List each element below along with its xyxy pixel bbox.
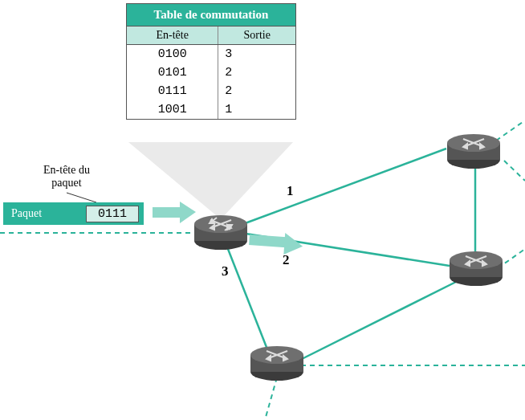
table-row: 0100 3 bbox=[127, 45, 295, 63]
svg-line-32 bbox=[463, 139, 484, 147]
port-label-3: 3 bbox=[222, 263, 229, 279]
cell-output: 2 bbox=[218, 82, 295, 100]
th-header: En-tête bbox=[127, 27, 218, 44]
svg-marker-47 bbox=[267, 356, 271, 361]
svg-line-10 bbox=[297, 281, 458, 361]
svg-point-27 bbox=[447, 151, 500, 169]
svg-marker-31 bbox=[480, 144, 484, 149]
svg-line-39 bbox=[466, 256, 486, 264]
packet-caption-line1: En-tête du bbox=[43, 164, 90, 176]
arrow-route-out bbox=[249, 233, 303, 256]
packet-caption-line2: paquet bbox=[51, 177, 81, 189]
svg-rect-13 bbox=[249, 234, 287, 247]
router-center bbox=[194, 215, 247, 250]
svg-rect-28 bbox=[447, 143, 500, 160]
svg-rect-17 bbox=[194, 224, 247, 241]
router-right bbox=[450, 251, 503, 286]
svg-line-5 bbox=[504, 161, 525, 181]
svg-line-4 bbox=[265, 377, 277, 420]
router-top-right bbox=[447, 134, 500, 169]
svg-point-29 bbox=[447, 134, 500, 152]
svg-marker-33 bbox=[463, 144, 467, 149]
table-header-row: En-tête Sortie bbox=[127, 27, 295, 45]
svg-marker-24 bbox=[210, 219, 214, 223]
table-row: 0111 2 bbox=[127, 82, 295, 100]
svg-point-16 bbox=[194, 232, 247, 250]
svg-point-41 bbox=[250, 363, 303, 381]
svg-line-8 bbox=[225, 241, 269, 353]
cell-header: 0101 bbox=[127, 63, 218, 82]
svg-line-30 bbox=[463, 139, 484, 147]
svg-line-23 bbox=[210, 218, 217, 223]
svg-point-34 bbox=[450, 268, 503, 286]
cell-output: 3 bbox=[218, 45, 295, 63]
svg-line-15 bbox=[67, 193, 96, 202]
svg-marker-20 bbox=[227, 225, 231, 230]
th-output: Sortie bbox=[218, 27, 295, 44]
svg-point-43 bbox=[250, 346, 303, 364]
cell-header: 0111 bbox=[127, 82, 218, 100]
packet-box: Paquet 0111 bbox=[3, 202, 144, 225]
packet-caption: En-tête du paquet bbox=[26, 164, 107, 190]
svg-line-7 bbox=[241, 233, 450, 266]
table-title: Table de commutation bbox=[127, 4, 295, 27]
port-label-2: 2 bbox=[283, 252, 290, 268]
svg-line-1 bbox=[496, 120, 525, 141]
switching-table: Table de commutation En-tête Sortie 0100… bbox=[126, 3, 296, 120]
svg-line-21 bbox=[210, 220, 231, 228]
cell-header: 1001 bbox=[127, 100, 218, 119]
cell-header: 0100 bbox=[127, 45, 218, 63]
svg-line-37 bbox=[466, 256, 486, 264]
svg-line-2 bbox=[498, 249, 525, 268]
svg-marker-38 bbox=[482, 261, 486, 266]
svg-line-19 bbox=[210, 220, 231, 228]
router-bottom bbox=[250, 346, 303, 381]
svg-line-44 bbox=[267, 351, 287, 359]
cell-output: 1 bbox=[218, 100, 295, 119]
svg-rect-11 bbox=[153, 207, 180, 218]
svg-point-18 bbox=[194, 215, 247, 233]
svg-marker-45 bbox=[283, 356, 287, 361]
packet-box-label: Paquet bbox=[3, 207, 42, 220]
svg-marker-40 bbox=[466, 261, 470, 266]
svg-rect-35 bbox=[450, 260, 503, 277]
svg-line-25 bbox=[225, 225, 232, 230]
table-row: 1001 1 bbox=[127, 100, 295, 119]
packet-header-value: 0111 bbox=[86, 206, 139, 222]
svg-marker-12 bbox=[180, 202, 196, 223]
cell-output: 2 bbox=[218, 63, 295, 82]
svg-line-6 bbox=[241, 149, 446, 225]
svg-marker-26 bbox=[227, 225, 232, 229]
svg-rect-42 bbox=[250, 355, 303, 372]
svg-marker-22 bbox=[210, 225, 214, 230]
svg-line-46 bbox=[267, 351, 287, 359]
arrow-packet-to-router bbox=[153, 202, 196, 223]
svg-point-36 bbox=[450, 251, 503, 269]
table-row: 0101 2 bbox=[127, 63, 295, 82]
port-label-1: 1 bbox=[287, 183, 294, 199]
